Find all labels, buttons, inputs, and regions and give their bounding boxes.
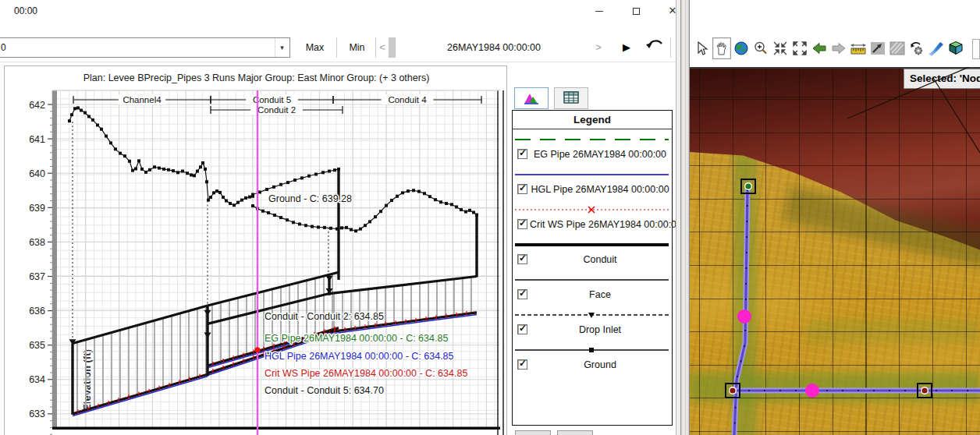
hand-icon [714, 41, 730, 56]
arrows-outward-icon [792, 41, 808, 56]
settings-gear-tool[interactable] [907, 37, 926, 59]
green-left-arrow-icon [811, 41, 827, 56]
tab-graph-view[interactable] [514, 87, 549, 109]
zoom-window-tool[interactable] [790, 37, 809, 59]
gear-arrow-icon [909, 41, 925, 56]
zoom-out-window-tool[interactable] [771, 37, 790, 59]
legend-item-label: Drop Inlet [530, 324, 670, 335]
partial-toolbar-button[interactable] [972, 39, 980, 59]
svg-text:633: 633 [29, 408, 45, 419]
legend-item-label: Crit WS Pipe 26MAY1984 00:00:00 [530, 219, 670, 230]
curved-arrow-icon [644, 37, 665, 56]
legend-entry: HGL Pipe 26MAY1984 00:00:00 [513, 164, 672, 200]
legend-item-label: Conduit [530, 254, 670, 265]
svg-text:EG Pipe 26MAY1984 00:00:00 - C: EG Pipe 26MAY1984 00:00:00 - C: 634.85 [265, 333, 448, 344]
legend-bottom-button-1[interactable] [515, 430, 551, 435]
legend-checkbox[interactable] [517, 149, 527, 159]
svg-text:Channel4: Channel4 [123, 95, 162, 104]
profile-plot-panel: Plan: Levee BPrecip_Pipes 3 Runs Major G… [4, 65, 507, 435]
legend-line-sample [513, 133, 672, 146]
terrain-profile-tool[interactable] [868, 37, 887, 59]
svg-text:Conduit - Conduit 2: 634.85: Conduit - Conduit 2: 634.85 [265, 311, 384, 322]
legend-line-sample [513, 239, 672, 251]
next-view-tool[interactable] [829, 37, 848, 59]
svg-text:642: 642 [29, 100, 45, 111]
svg-text:Ground - C: 639.28: Ground - C: 639.28 [268, 193, 352, 204]
minimize-button[interactable] [588, 2, 611, 21]
map-toolbar [693, 37, 965, 61]
legend-entry: Crit WS Pipe 26MAY1984 00:00:00 [513, 200, 672, 235]
table-icon [563, 91, 579, 104]
legend-entry: Drop Inlet [513, 305, 672, 340]
legend-line-sample [513, 274, 672, 286]
legend-entry: Ground [513, 340, 672, 375]
map-window: Selected: 'Nod [690, 0, 980, 435]
previous-view-tool[interactable] [810, 37, 829, 59]
arrows-inward-icon [772, 41, 788, 56]
zoom-extents-tool[interactable] [732, 37, 751, 59]
legend-title: Legend [513, 111, 672, 129]
globe-icon [733, 41, 749, 56]
legend-entry: Face [513, 270, 672, 305]
legend-panel: Legend EG Pipe 26MAY1984 00:00:00HGL Pip… [512, 110, 673, 426]
ruler-icon [850, 41, 867, 56]
legend-checkbox[interactable] [517, 324, 527, 334]
svg-text:HGL Pipe 26MAY1984 00:00:00 -: HGL Pipe 26MAY1984 00:00:00 - C: 634.85 [265, 351, 454, 362]
svg-text:635: 635 [29, 340, 45, 351]
legend-checkbox[interactable] [517, 184, 527, 194]
slope-arrow-icon [870, 41, 886, 56]
hatched-square-icon [889, 41, 905, 56]
svg-text:Conduit - Conduit 5: 634.70: Conduit - Conduit 5: 634.70 [265, 385, 384, 396]
svg-text:Conduit 5: Conduit 5 [253, 95, 291, 104]
svg-text:640: 640 [29, 168, 45, 179]
blue-wave-icon [928, 41, 945, 56]
legend-line-sample [513, 309, 672, 321]
legend-checkbox[interactable] [517, 289, 527, 299]
chart-icon [523, 91, 540, 104]
maximize-button[interactable] [624, 2, 648, 21]
legend-entry: Conduit [513, 235, 672, 270]
legend-checkbox[interactable] [517, 254, 527, 264]
legend-checkbox[interactable] [517, 219, 527, 229]
zoom-in-tool[interactable] [751, 37, 770, 59]
legend-line-sample [513, 168, 672, 181]
view-3d-tool[interactable] [946, 37, 965, 59]
measure-tool[interactable] [849, 37, 868, 59]
cursor-icon [694, 41, 710, 56]
window-frame-divider [681, 0, 690, 435]
screen: 00:00 ✕ 0 ▾ Max Min < 26MAY1984 00:00:00… [0, 0, 980, 435]
legend-line-sample [513, 203, 672, 216]
window-scrollbar-strip[interactable] [676, 0, 681, 435]
profile-chart-canvas[interactable]: 642641640639638637636635634633Channel4Co… [1, 1, 513, 435]
svg-text:636: 636 [29, 306, 45, 317]
cross-section-line-tool[interactable] [927, 37, 946, 59]
map-feature-overlay [690, 67, 980, 435]
restart-animation-button[interactable] [644, 37, 671, 58]
cube-3d-icon [948, 41, 964, 56]
svg-text:639: 639 [29, 203, 45, 214]
select-cursor-tool[interactable] [693, 37, 712, 59]
legend-item-label: Face [530, 289, 670, 300]
hatch-overlay-tool[interactable] [888, 37, 907, 59]
play-animation-button[interactable]: ▶ [615, 37, 638, 58]
svg-text:Conduit 4: Conduit 4 [388, 95, 427, 104]
magnifier-plus-icon [753, 41, 769, 56]
svg-text:634: 634 [29, 374, 45, 385]
svg-text:Crit WS Pipe 26MAY1984 00:00:0: Crit WS Pipe 26MAY1984 00:00:00 - C: 634… [265, 368, 467, 379]
legend-entry: EG Pipe 26MAY1984 00:00:00 [513, 129, 672, 164]
svg-text:641: 641 [29, 134, 45, 145]
next-time-button[interactable]: > [593, 37, 604, 58]
svg-text:Conduit 2: Conduit 2 [257, 105, 296, 115]
legend-item-label: HGL Pipe 26MAY1984 00:00:00 [530, 184, 670, 195]
tab-table-view[interactable] [554, 87, 588, 109]
svg-text:637: 637 [29, 271, 45, 282]
legend-bottom-button-2[interactable] [557, 430, 593, 435]
legend-item-label: EG Pipe 26MAY1984 00:00:00 [530, 149, 670, 160]
legend-item-label: Ground [530, 359, 670, 370]
legend-line-sample [513, 344, 672, 356]
svg-text:638: 638 [29, 237, 45, 248]
legend-checkbox[interactable] [517, 359, 527, 370]
gray-right-arrow-icon [831, 41, 847, 56]
pan-tool[interactable] [712, 37, 731, 59]
